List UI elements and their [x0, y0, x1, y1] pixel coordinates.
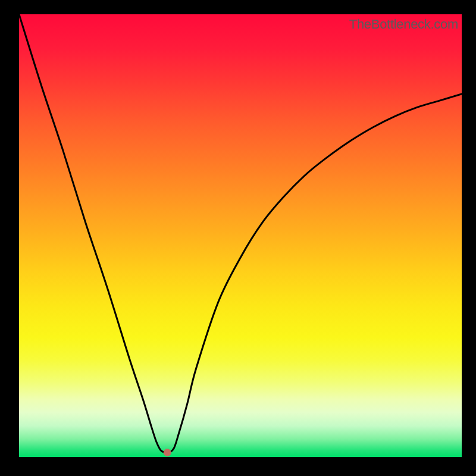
bottleneck-curve	[19, 14, 462, 457]
trough-marker	[164, 449, 171, 456]
curve-path	[19, 14, 462, 453]
chart-frame: TheBottleneck.com	[0, 0, 476, 476]
chart-plot-area: TheBottleneck.com	[19, 14, 462, 457]
